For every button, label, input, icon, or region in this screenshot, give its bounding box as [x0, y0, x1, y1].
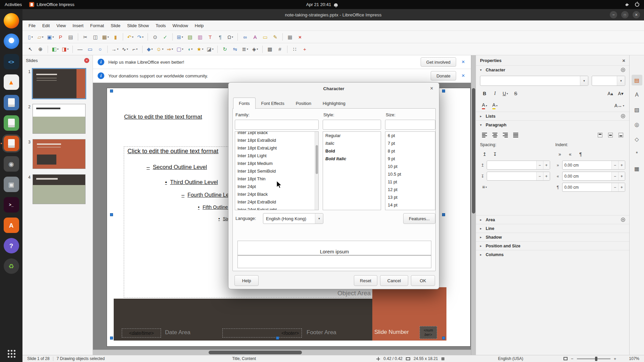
- size-list[interactable]: 6 pt7 pt8 pt9 pt10 pt10.5 pt11 pt12 pt13…: [385, 131, 435, 210]
- font-family-option[interactable]: Inter 18pt Light: [235, 152, 315, 160]
- close-notification-icon[interactable]: [460, 59, 466, 65]
- font-family-option[interactable]: Inter 24pt ExtraBold: [235, 198, 315, 206]
- font-style-option[interactable]: Regular: [323, 132, 381, 139]
- features-button[interactable]: Features...: [403, 213, 435, 224]
- stars-banners-tool[interactable]: ★: [196, 45, 205, 54]
- display-grid-button[interactable]: ▦: [285, 32, 294, 42]
- tab-highlighting[interactable]: Highlighting: [317, 98, 351, 109]
- tab-fonts[interactable]: Fonts: [233, 98, 256, 109]
- align-center-vertical-button[interactable]: [606, 131, 615, 139]
- maximize-button[interactable]: [621, 11, 629, 18]
- dialog-close-icon[interactable]: [428, 85, 435, 92]
- show-draw-functions-button[interactable]: ✎: [271, 32, 280, 42]
- gear-icon[interactable]: [621, 114, 625, 118]
- title-placeholder[interactable]: Click to edit the title text format: [124, 114, 202, 120]
- toolbar-icon[interactable]: [261, 45, 264, 54]
- style-list[interactable]: RegularItalicBoldBold Italic: [323, 131, 381, 210]
- activities-button[interactable]: Activities: [5, 2, 22, 7]
- toolbar-icon[interactable]: [121, 32, 125, 42]
- font-size-option[interactable]: 11 pt: [385, 178, 435, 186]
- zoom-in-button[interactable]: [614, 356, 616, 361]
- flowchart-tool[interactable]: ▢: [175, 45, 184, 54]
- text-language[interactable]: English (USA): [498, 356, 523, 361]
- font-size-option[interactable]: 9 pt: [385, 155, 435, 163]
- line-color-button[interactable]: ◨: [61, 45, 70, 54]
- bold-button[interactable]: B: [480, 89, 489, 98]
- dock-libreoffice-calc[interactable]: [4, 115, 19, 131]
- selection-handle[interactable]: [442, 89, 445, 93]
- sidebar-tab-gallery[interactable]: ▧: [632, 104, 642, 115]
- font-size-option[interactable]: 12 pt: [385, 186, 435, 193]
- open-file-button[interactable]: ▱: [36, 32, 45, 42]
- close-slides-panel-icon[interactable]: [84, 58, 89, 63]
- section-position-and-size[interactable]: Position and Size: [476, 241, 629, 250]
- dock-vscode[interactable]: <>: [4, 54, 19, 69]
- symbol-shapes-tool[interactable]: ☺: [155, 45, 164, 54]
- flip-tool[interactable]: ⇋: [230, 45, 239, 54]
- notification-action-button[interactable]: Get involved: [421, 57, 456, 67]
- toolbar-icon[interactable]: [71, 45, 74, 54]
- family-input[interactable]: [235, 120, 319, 130]
- select-tool[interactable]: ↖: [26, 45, 35, 54]
- indent-before-field[interactable]: 0.00 cm: [562, 161, 626, 170]
- section-paragraph[interactable]: Paragraph: [476, 120, 629, 129]
- ellipse-tool[interactable]: ○: [96, 45, 105, 54]
- font-size-option[interactable]: 10 pt: [385, 163, 435, 170]
- toolbar-icon[interactable]: [236, 32, 239, 42]
- dialog-titlebar[interactable]: Character: [228, 82, 439, 95]
- close-notification-icon[interactable]: [460, 72, 466, 79]
- align-center-button[interactable]: [490, 131, 499, 139]
- font-family-option[interactable]: Inter 18pt Medium: [235, 160, 315, 167]
- increase-indent-button[interactable]: »: [555, 150, 565, 159]
- glue-points-button[interactable]: +: [300, 45, 309, 54]
- selection-handle[interactable]: [110, 337, 113, 340]
- scrollbar-thumb[interactable]: [209, 351, 302, 354]
- chevron-down-icon[interactable]: [580, 76, 588, 85]
- style-input[interactable]: [323, 120, 381, 130]
- italic-button[interactable]: I: [490, 89, 499, 98]
- ok-button[interactable]: OK: [411, 275, 435, 286]
- sidebar-tab-master-slides[interactable]: ▦: [632, 163, 642, 174]
- increase-font-size-button[interactable]: A▴: [606, 89, 615, 98]
- toolbar-icon[interactable]: [285, 45, 289, 54]
- menu-format[interactable]: Format: [87, 21, 107, 30]
- font-size-option[interactable]: 6 pt: [385, 132, 435, 139]
- show-applications-button[interactable]: [0, 347, 22, 360]
- dock-ubuntu-software[interactable]: A: [4, 218, 19, 233]
- font-family-option[interactable]: Inter 18pt Thin: [235, 175, 315, 183]
- align-top-button[interactable]: [595, 131, 604, 139]
- insert-table-button[interactable]: ⊞: [175, 32, 184, 42]
- focused-app-menu[interactable]: LibreOffice Impress: [29, 2, 74, 7]
- close-window-button[interactable]: [633, 11, 640, 18]
- section-columns[interactable]: Columns: [476, 250, 629, 259]
- connectors-tool[interactable]: ⌐: [130, 45, 140, 54]
- align-bottom-button[interactable]: [616, 131, 625, 139]
- new-document-button[interactable]: ▯: [26, 32, 35, 42]
- rotate-tool[interactable]: ↻: [220, 45, 229, 54]
- menu-edit[interactable]: Edit: [39, 21, 53, 30]
- spacing-above-field[interactable]: [487, 161, 550, 170]
- edit-points-button[interactable]: ∷: [290, 45, 299, 54]
- menu-window[interactable]: Window: [169, 21, 191, 30]
- family-list-scrollbar[interactable]: [315, 132, 318, 210]
- dock-help[interactable]: ?: [4, 238, 19, 253]
- slide-thumbnail-image[interactable]: [33, 174, 86, 204]
- arrange-button[interactable]: ◈: [251, 45, 260, 54]
- highlighting-color-button[interactable]: A: [490, 101, 499, 110]
- dock-libreoffice-impress[interactable]: [4, 136, 19, 151]
- selection-handle[interactable]: [110, 89, 113, 93]
- zoom-level[interactable]: 107%: [629, 356, 639, 361]
- gear-icon[interactable]: [621, 68, 625, 72]
- slide-thumbnail-3[interactable]: 3: [22, 139, 93, 169]
- slide-thumbnail-image[interactable]: [33, 104, 86, 134]
- fill-color-button[interactable]: ◧: [51, 45, 60, 54]
- family-list[interactable]: Inter 18pt BlackInter 18pt ExtraBoldInte…: [235, 131, 319, 210]
- section-shadow[interactable]: Shadow: [476, 233, 629, 241]
- insert-image-button[interactable]: ▧: [185, 32, 195, 42]
- font-family-option[interactable]: Inter 18pt SemiBold: [235, 167, 315, 175]
- dock-chromium[interactable]: [4, 34, 19, 49]
- align-justify-button[interactable]: [511, 131, 520, 139]
- increment-button[interactable]: [618, 161, 625, 169]
- scrollbar-thumb[interactable]: [316, 145, 318, 174]
- menu-file[interactable]: File: [25, 21, 39, 30]
